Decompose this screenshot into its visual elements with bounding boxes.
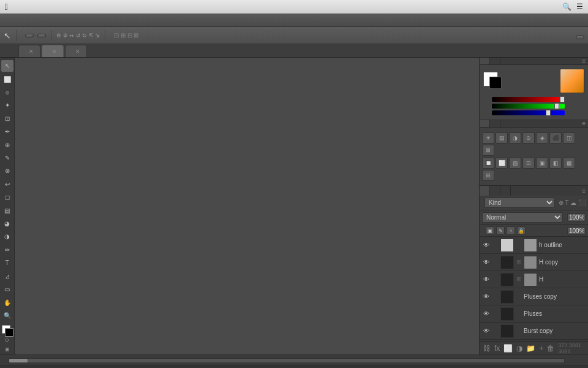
create-layer-icon[interactable]: + xyxy=(539,344,543,353)
layer-visibility-h[interactable]: 👁 xyxy=(482,275,491,284)
color-balance-adj[interactable]: ◫ xyxy=(563,132,575,144)
layer-visibility-burst-copy[interactable]: 👁 xyxy=(482,327,491,335)
clone-stamp-tool[interactable]: ⊗ xyxy=(1,165,13,177)
apple-menu[interactable]:  xyxy=(5,2,8,12)
layer-row-h-outline[interactable]: 👁 h outline xyxy=(480,237,588,254)
selective-color-adj[interactable]: ⊞ xyxy=(482,170,494,181)
layers-tab[interactable] xyxy=(480,186,490,196)
show-transform-button[interactable] xyxy=(37,34,46,37)
layer-row-h-copy[interactable]: 👁 ⛓ H copy xyxy=(480,254,588,271)
green-slider-thumb[interactable] xyxy=(554,103,559,109)
lock-position-icon[interactable]: + xyxy=(507,226,515,235)
layer-visibility-h-copy[interactable]: 👁 xyxy=(482,258,491,267)
spot-healing-tool[interactable]: ⊕ xyxy=(1,139,13,150)
color-ramp-preview[interactable] xyxy=(560,69,584,93)
zoom-tool[interactable]: 🔍 xyxy=(1,310,13,321)
move-tool[interactable]: ↖ xyxy=(1,60,13,72)
blur-tool[interactable]: ◕ xyxy=(1,218,13,229)
layers-panel-menu[interactable]: ≡ xyxy=(579,186,588,196)
link-layers-icon[interactable]: ⛓ xyxy=(483,344,491,353)
document-tab-3[interactable]: ✕ xyxy=(65,45,87,57)
gradient-tool[interactable]: ▤ xyxy=(1,204,13,216)
add-mask-icon[interactable]: ⬜ xyxy=(503,344,513,353)
adjustments-tab[interactable] xyxy=(480,120,490,127)
blue-slider-thumb[interactable] xyxy=(546,110,551,116)
tool-preset-icon[interactable]: ↖ xyxy=(4,31,11,40)
eraser-tool[interactable]: ◻ xyxy=(1,191,13,203)
document-tab-1[interactable]: ✕ xyxy=(18,45,40,57)
layer-row-burst-copy[interactable]: 👁 Burst copy xyxy=(480,323,588,340)
rectangular-marquee-tool[interactable]: ⬜ xyxy=(1,73,13,85)
essentials-button[interactable] xyxy=(576,36,584,39)
layer-visibility-pluses-copy[interactable]: 👁 xyxy=(482,293,491,301)
foreground-background-colors[interactable] xyxy=(2,325,13,336)
photo-filter-adj[interactable]: 🔲 xyxy=(482,158,494,169)
tab-close-2[interactable]: ✕ xyxy=(52,48,57,55)
dodge-tool[interactable]: ◑ xyxy=(1,231,13,242)
lock-transparent-icon[interactable]: ▣ xyxy=(486,226,494,235)
background-swatch[interactable] xyxy=(489,77,502,89)
blend-mode-select[interactable]: Normal xyxy=(482,212,563,223)
hand-tool[interactable]: ✋ xyxy=(1,296,13,308)
layer-visibility-pluses[interactable]: 👁 xyxy=(482,310,491,318)
type-tool[interactable]: T xyxy=(1,257,13,269)
eyedropper-tool[interactable]: ✒ xyxy=(1,126,13,137)
layer-row-h[interactable]: 👁 ⛓ H xyxy=(480,271,588,288)
menu-icon[interactable]: ☰ xyxy=(576,2,583,11)
lock-all-icon[interactable]: 🔒 xyxy=(517,226,526,235)
quick-mask-icon[interactable]: ⊙ xyxy=(5,337,9,343)
fill-input[interactable] xyxy=(567,227,586,235)
document-tab-2[interactable]: ✕ xyxy=(42,45,64,57)
brightness-contrast-adj[interactable]: ☀ xyxy=(482,132,494,144)
gradient-map-adj[interactable]: ▩ xyxy=(563,158,575,169)
rectangle-tool[interactable]: ▭ xyxy=(1,283,13,295)
channels-tab[interactable] xyxy=(490,186,500,196)
create-fill-adj-icon[interactable]: ◑ xyxy=(516,344,522,353)
curves-adj[interactable]: ◑ xyxy=(509,132,521,144)
black-white-adj[interactable]: ⊠ xyxy=(482,145,494,156)
adj-panel-options[interactable]: ≡ xyxy=(582,120,588,127)
fg-bg-swatches[interactable] xyxy=(483,72,505,90)
hue-sat-adj[interactable]: ⬛ xyxy=(549,132,562,144)
crop-tool[interactable]: ⊡ xyxy=(1,113,13,125)
layer-row-pluses[interactable]: 👁 Pluses xyxy=(480,305,588,323)
swatches-tab[interactable] xyxy=(490,58,500,64)
levels-adj[interactable]: ▤ xyxy=(496,132,508,144)
color-tab[interactable] xyxy=(480,58,490,64)
search-icon[interactable]: 🔍 xyxy=(562,2,571,11)
quick-select-tool[interactable]: ✦ xyxy=(1,99,13,111)
group-select-button[interactable] xyxy=(25,34,34,37)
screen-mode-icon[interactable]: ▣ xyxy=(5,347,10,352)
color-lookup-adj[interactable]: ▧ xyxy=(509,158,521,169)
layer-row-pluses-copy[interactable]: 👁 Pluses copy xyxy=(480,288,588,305)
threshold-adj[interactable]: ◧ xyxy=(549,158,562,169)
channel-mixer-adj[interactable]: ⬜ xyxy=(496,158,508,169)
styles-tab[interactable] xyxy=(490,120,500,127)
exposure-adj[interactable]: ⊙ xyxy=(522,132,535,144)
posterize-adj[interactable]: ▣ xyxy=(536,158,548,169)
pen-tool[interactable]: ✏ xyxy=(1,244,13,256)
paths-tab[interactable] xyxy=(500,186,511,196)
invert-adj[interactable]: ⊡ xyxy=(522,158,535,169)
layer-styles-icon[interactable]: fx xyxy=(494,344,500,353)
tab-close-3[interactable]: ✕ xyxy=(75,48,80,55)
lock-image-icon[interactable]: ✎ xyxy=(496,226,505,235)
path-selection-tool[interactable]: ⊿ xyxy=(1,270,13,282)
red-slider-thumb[interactable] xyxy=(560,96,565,102)
lasso-tool[interactable]: ⌾ xyxy=(1,86,13,98)
blue-slider-track[interactable] xyxy=(492,110,565,115)
opacity-input[interactable] xyxy=(567,213,586,221)
scroll-bar[interactable] xyxy=(9,358,565,363)
vibrance-adj[interactable]: ◈ xyxy=(536,132,548,144)
color-panel-options[interactable]: ≡ xyxy=(582,58,588,64)
scroll-thumb[interactable] xyxy=(9,359,28,362)
tab-close-1[interactable]: ✕ xyxy=(29,48,34,55)
green-slider-track[interactable] xyxy=(492,104,565,109)
group-layers-icon[interactable]: 📁 xyxy=(526,344,535,353)
delete-layer-icon[interactable]: 🗑 xyxy=(547,344,554,353)
history-brush-tool[interactable]: ↩ xyxy=(1,178,13,190)
brush-tool[interactable]: ✎ xyxy=(1,152,13,164)
filter-type-select[interactable]: Kind xyxy=(484,197,555,208)
canvas-area[interactable] xyxy=(15,58,479,355)
layer-visibility-h-outline[interactable]: 👁 xyxy=(482,241,491,250)
